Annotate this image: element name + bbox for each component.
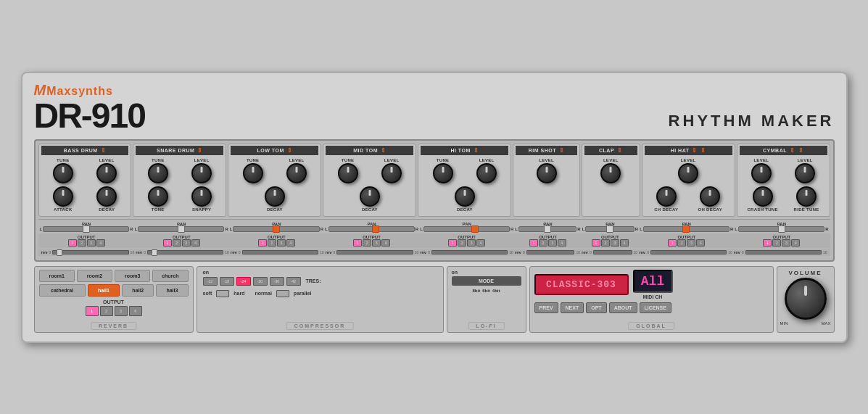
reverb-out-btn-2[interactable]: 2 <box>100 306 113 316</box>
bass-drum-tune-knob[interactable] <box>53 163 73 183</box>
rev-slider-1[interactable] <box>52 250 128 254</box>
cymbal-level2-knob[interactable] <box>795 163 815 183</box>
low-tom-level-knob[interactable] <box>286 163 307 183</box>
output-btn-7-1[interactable]: 1 <box>592 239 600 247</box>
comp-btn--36[interactable]: -36 <box>270 277 284 286</box>
soft-btn[interactable] <box>216 290 229 297</box>
rev-slider-8[interactable] <box>650 250 727 254</box>
pan-slider-8[interactable] <box>643 226 729 232</box>
bit-8[interactable]: 8bit <box>472 289 480 293</box>
output-btn-9-1[interactable]: 1 <box>763 239 772 247</box>
pan-slider-7[interactable] <box>585 226 634 232</box>
output-btn-2-1[interactable]: 1 <box>163 239 172 247</box>
rev-slider-4[interactable] <box>336 250 413 254</box>
hi-hat-level-knob[interactable] <box>678 163 698 183</box>
hi-hat-arrows[interactable]: ⇕ <box>692 147 698 154</box>
cymbal-arrows2[interactable]: ⇕ <box>798 147 804 154</box>
pan-slider-9[interactable] <box>738 226 824 232</box>
output-btn-2-2[interactable]: 2 <box>173 239 181 247</box>
reverb-btn-room1[interactable]: room1 <box>39 270 75 282</box>
nav-btn-opt[interactable]: OPT <box>586 302 606 313</box>
normal-btn[interactable] <box>276 290 289 297</box>
output-btn-6-1[interactable]: 1 <box>529 239 538 247</box>
output-btn-3-2[interactable]: 2 <box>268 239 276 247</box>
reverb-btn-hall3[interactable]: hall3 <box>156 284 188 297</box>
output-btn-2-3[interactable]: 3 <box>182 239 191 247</box>
pan-slider-5[interactable] <box>423 226 510 232</box>
rev-slider-6[interactable] <box>526 250 575 254</box>
output-btn-3-4[interactable]: 4 <box>286 239 295 247</box>
output-btn-5-3[interactable]: 3 <box>467 239 476 247</box>
reverb-out-btn-4[interactable]: 4 <box>129 306 142 316</box>
low-tom-decay-knob[interactable] <box>265 186 285 207</box>
hi-tom-arrows[interactable]: ⇕ <box>474 147 479 154</box>
snare-snappy-knob[interactable] <box>191 186 212 207</box>
snare-tone-knob[interactable] <box>148 186 168 207</box>
comp-btn--18[interactable]: -18 <box>220 277 234 286</box>
output-btn-6-4[interactable]: 4 <box>558 239 566 247</box>
output-btn-9-3[interactable]: 3 <box>782 239 790 247</box>
output-btn-1-1[interactable]: 1 <box>68 239 77 247</box>
mid-tom-decay-knob[interactable] <box>360 186 380 207</box>
output-btn-8-2[interactable]: 2 <box>677 239 686 247</box>
reverb-btn-cathedral[interactable]: cathedral <box>39 284 86 297</box>
output-btn-8-1[interactable]: 1 <box>668 239 677 247</box>
output-btn-1-4[interactable]: 4 <box>96 239 105 247</box>
nav-btn-license[interactable]: LICENSE <box>640 302 671 313</box>
reverb-btn-hall2[interactable]: hall2 <box>122 284 154 297</box>
comp-btn--24[interactable]: -24 <box>236 277 251 286</box>
output-btn-6-3[interactable]: 3 <box>548 239 557 247</box>
reverb-out-btn-3[interactable]: 3 <box>115 306 128 316</box>
rev-slider-9[interactable] <box>745 250 822 254</box>
reverb-btn-church[interactable]: church <box>152 270 188 282</box>
hi-tom-level-knob[interactable] <box>476 163 497 183</box>
hi-hat-arrows2[interactable]: ⇕ <box>700 147 706 154</box>
comp-btn--30[interactable]: -30 <box>253 277 268 286</box>
clap-arrows[interactable]: ⇕ <box>617 147 623 154</box>
cymbal-level1-knob[interactable] <box>751 163 772 183</box>
output-btn-5-2[interactable]: 2 <box>458 239 466 247</box>
output-btn-1-2[interactable]: 2 <box>78 239 86 247</box>
hi-hat-oh-decay-knob[interactable] <box>700 186 720 207</box>
output-btn-4-1[interactable]: 1 <box>353 239 362 247</box>
clap-level-knob[interactable] <box>600 163 621 183</box>
nav-btn-next[interactable]: NEXT <box>561 302 584 313</box>
reverb-out-btn-1[interactable]: 1 <box>86 306 99 316</box>
rim-shot-level-knob[interactable] <box>537 163 557 183</box>
comp-btn--42[interactable]: -42 <box>286 277 301 286</box>
bass-drum-attack-knob[interactable] <box>53 186 73 207</box>
comp-btn--12[interactable]: -12 <box>203 277 218 286</box>
output-btn-2-4[interactable]: 4 <box>191 239 200 247</box>
low-tom-arrows[interactable]: ⇕ <box>287 147 293 154</box>
rev-slider-2[interactable] <box>147 250 223 254</box>
bit-6[interactable]: 6bit <box>482 289 490 293</box>
snare-level-knob[interactable] <box>191 163 212 183</box>
cymbal-ride-tune-knob[interactable] <box>796 186 817 207</box>
reverb-btn-room3[interactable]: room3 <box>115 270 150 282</box>
bass-drum-decay-knob[interactable] <box>96 186 117 207</box>
pan-slider-6[interactable] <box>518 226 576 232</box>
output-btn-3-1[interactable]: 1 <box>258 239 267 247</box>
bass-drum-level-knob[interactable] <box>96 163 117 183</box>
rev-slider-3[interactable] <box>242 250 318 254</box>
pan-slider-3[interactable] <box>233 226 319 232</box>
output-btn-6-2[interactable]: 2 <box>539 239 547 247</box>
output-btn-9-2[interactable]: 2 <box>772 239 781 247</box>
output-btn-4-3[interactable]: 3 <box>372 239 381 247</box>
bass-drum-arrows[interactable]: ⇕ <box>101 147 107 154</box>
mid-tom-arrows[interactable]: ⇕ <box>381 147 387 154</box>
bit-4[interactable]: 4bit <box>492 289 500 293</box>
cymbal-arrows[interactable]: ⇕ <box>790 147 795 154</box>
pan-slider-2[interactable] <box>138 226 224 232</box>
output-btn-8-4[interactable]: 4 <box>696 239 705 247</box>
output-btn-7-2[interactable]: 2 <box>601 239 610 247</box>
output-btn-4-2[interactable]: 2 <box>363 239 371 247</box>
rev-slider-5[interactable] <box>431 250 508 254</box>
reverb-btn-hall1[interactable]: hall1 <box>88 284 120 297</box>
output-btn-5-1[interactable]: 1 <box>448 239 457 247</box>
volume-knob[interactable] <box>785 278 827 320</box>
output-btn-4-4[interactable]: 4 <box>381 239 390 247</box>
rev-slider-7[interactable] <box>593 250 632 254</box>
output-btn-9-4[interactable]: 4 <box>791 239 800 247</box>
hi-hat-ch-decay-knob[interactable] <box>656 186 677 207</box>
